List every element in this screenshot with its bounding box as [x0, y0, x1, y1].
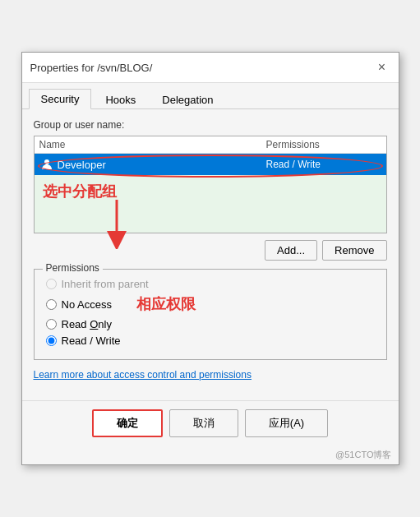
permissions-group: Permissions Inherit from parent No Acces… [34, 269, 387, 360]
tab-security[interactable]: Security [29, 89, 92, 109]
perms-annotation: 相应权限 [136, 294, 196, 314]
perm-read-only-label: Read Only [62, 318, 112, 330]
remove-button[interactable]: Remove [322, 240, 386, 261]
tab-hooks[interactable]: Hooks [93, 89, 148, 109]
table-row[interactable]: Developer Read / Write [35, 154, 386, 175]
arrow-icon [100, 200, 133, 252]
dialog-title: Properties for /svn/BLOG/ [30, 62, 153, 74]
permissions-legend: Permissions [43, 262, 103, 274]
col-header-name: Name [39, 139, 266, 150]
perm-inherit: Inherit from parent [46, 278, 375, 290]
perm-read-write: Read / Write [46, 335, 375, 347]
tab-delegation[interactable]: Delegation [150, 89, 225, 109]
annotation-area: 选中分配组 [35, 175, 386, 233]
user-table: Name Permissions Developer Read / Write … [34, 136, 387, 233]
user-icon [39, 157, 54, 172]
tab-content: Group or user name: Name Permissions Dev… [22, 109, 399, 400]
title-bar: Properties for /svn/BLOG/ × [22, 53, 399, 83]
perm-no-access-label: No Access [62, 298, 112, 311]
cancel-button[interactable]: 取消 [169, 409, 238, 437]
learn-more-link[interactable]: Learn more about access control and perm… [34, 369, 252, 381]
col-header-permissions: Permissions [266, 139, 381, 150]
svg-point-0 [44, 159, 49, 164]
close-button[interactable]: × [374, 59, 390, 76]
dialog-buttons: 确定 取消 应用(A) [22, 400, 399, 447]
perm-read-only: Read Only [46, 318, 375, 330]
user-name: Developer [58, 159, 266, 171]
apply-button[interactable]: 应用(A) [245, 409, 328, 437]
tab-bar: Security Hooks Delegation [22, 83, 399, 109]
properties-dialog: Properties for /svn/BLOG/ × Security Hoo… [21, 52, 399, 465]
user-permissions: Read / Write [266, 159, 381, 170]
group-label: Group or user name: [34, 119, 387, 131]
table-header: Name Permissions [35, 136, 386, 154]
watermark: @51CTO博客 [22, 447, 399, 464]
table-actions: Add... Remove [34, 240, 387, 261]
perm-inherit-label: Inherit from parent [62, 278, 149, 290]
add-button[interactable]: Add... [265, 240, 317, 261]
perm-no-access: No Access 相应权限 [46, 294, 375, 314]
ok-button[interactable]: 确定 [92, 409, 163, 437]
perm-read-write-label: Read / Write [62, 335, 121, 347]
learn-more-row: Learn more about access control and perm… [34, 368, 387, 381]
annotation-select-group: 选中分配组 [43, 183, 117, 200]
